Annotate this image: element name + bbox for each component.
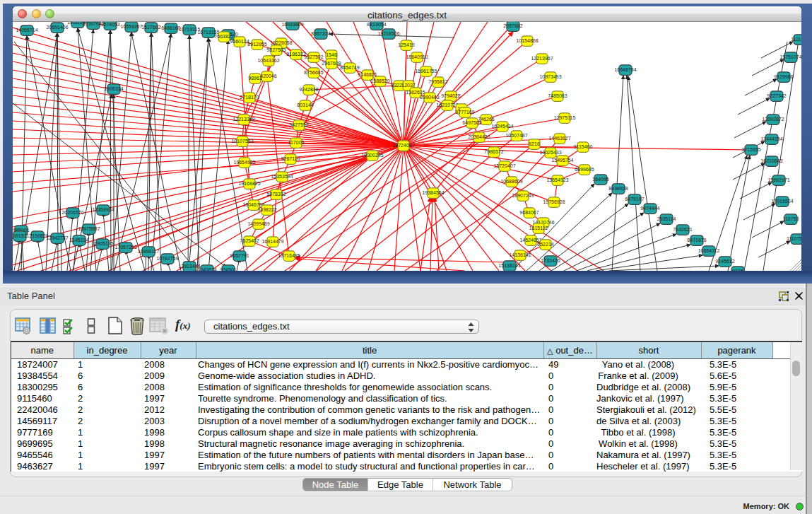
svg-text:12213967: 12213967 <box>531 56 553 61</box>
svg-text:1111264: 1111264 <box>791 37 801 42</box>
svg-text:7625402: 7625402 <box>240 238 259 243</box>
svg-text:16210722: 16210722 <box>436 103 458 107</box>
svg-text:13716485: 13716485 <box>278 253 300 258</box>
svg-text:10553267: 10553267 <box>120 24 142 29</box>
svg-text:16914479: 16914479 <box>261 239 283 244</box>
svg-text:10975887: 10975887 <box>78 226 100 231</box>
svg-text:2967608: 2967608 <box>322 61 341 66</box>
svg-text:98961: 98961 <box>248 76 262 81</box>
svg-text:8471676: 8471676 <box>687 238 706 243</box>
svg-text:16640910: 16640910 <box>406 54 428 59</box>
svg-text:9245: 9245 <box>732 269 743 271</box>
svg-text:8454749: 8454749 <box>340 65 359 70</box>
svg-text:20364436: 20364436 <box>468 134 490 139</box>
svg-text:2087682: 2087682 <box>503 23 522 28</box>
svg-text:9146821: 9146821 <box>358 72 377 77</box>
svg-text:9242848: 9242848 <box>299 87 318 92</box>
svg-text:9115460: 9115460 <box>574 144 593 149</box>
svg-text:8938928: 8938928 <box>608 186 628 191</box>
svg-text:7663822: 7663822 <box>214 34 233 39</box>
svg-text:10107553: 10107553 <box>231 139 253 144</box>
svg-text:18907249: 18907249 <box>512 193 534 198</box>
svg-text:9674053: 9674053 <box>100 22 119 27</box>
svg-text:6479197: 6479197 <box>625 197 644 201</box>
svg-text:6466160: 6466160 <box>161 25 180 30</box>
svg-text:9474444: 9474444 <box>640 206 659 211</box>
svg-text:125419: 125419 <box>398 42 414 47</box>
svg-text:2718170: 2718170 <box>240 95 259 100</box>
svg-text:9657791: 9657791 <box>230 253 249 258</box>
svg-text:2935114: 2935114 <box>657 216 676 221</box>
svg-text:1588520: 1588520 <box>370 78 389 83</box>
svg-text:19654985: 19654985 <box>233 160 255 165</box>
svg-text:15138141: 15138141 <box>498 263 520 268</box>
svg-text:15692971: 15692971 <box>767 177 789 182</box>
svg-text:18300295: 18300295 <box>361 153 383 158</box>
svg-text:12213369: 12213369 <box>233 117 254 122</box>
svg-text:14463627: 14463627 <box>548 136 570 141</box>
svg-text:9660124: 9660124 <box>230 39 249 44</box>
svg-text:6899695: 6899695 <box>575 167 594 172</box>
svg-text:3215955: 3215955 <box>741 147 760 152</box>
svg-text:12037: 12037 <box>401 83 416 88</box>
svg-text:8813054: 8813054 <box>367 22 386 27</box>
svg-text:1145194: 1145194 <box>70 238 89 243</box>
svg-text:8912955: 8912955 <box>247 42 266 47</box>
svg-text:20206570: 20206570 <box>61 210 83 215</box>
svg-text:19756928: 19756928 <box>543 199 565 204</box>
svg-text:9684067: 9684067 <box>519 210 539 215</box>
svg-text:17016504: 17016504 <box>771 199 793 204</box>
svg-text:16245434: 16245434 <box>491 124 513 129</box>
svg-text:6497503: 6497503 <box>462 120 481 125</box>
svg-text:13654923: 13654923 <box>546 177 568 182</box>
svg-text:9327502: 9327502 <box>304 54 323 59</box>
svg-text:10958117: 10958117 <box>138 249 160 254</box>
svg-text:8267110: 8267110 <box>281 156 300 161</box>
svg-text:20691406: 20691406 <box>46 25 68 30</box>
svg-text:15720407: 15720407 <box>493 163 515 168</box>
svg-text:19166825: 19166825 <box>238 181 260 186</box>
svg-text:3498222: 3498222 <box>257 207 276 212</box>
svg-text:10973493: 10973493 <box>539 74 561 79</box>
svg-text:15495754: 15495754 <box>551 158 573 163</box>
svg-text:924501: 924501 <box>220 267 236 271</box>
svg-text:12156829: 12156829 <box>26 233 48 238</box>
svg-text:11107537: 11107537 <box>787 236 801 241</box>
svg-text:164095: 164095 <box>592 177 608 182</box>
svg-text:7986572: 7986572 <box>484 149 503 154</box>
svg-text:18226058: 18226058 <box>270 40 292 45</box>
svg-text:12093872: 12093872 <box>762 117 784 122</box>
svg-text:1043674: 1043674 <box>197 267 216 271</box>
svg-text:1527602: 1527602 <box>141 25 160 30</box>
svg-text:16210643: 16210643 <box>760 158 782 163</box>
svg-text:10025433: 10025433 <box>539 150 561 155</box>
svg-text:17957253: 17957253 <box>114 245 136 250</box>
svg-text:39151: 39151 <box>13 233 27 238</box>
svg-text:1615112: 1615112 <box>529 226 548 230</box>
svg-text:5878332: 5878332 <box>266 192 286 197</box>
svg-text:14099489: 14099489 <box>247 221 269 226</box>
svg-text:8357224: 8357224 <box>311 31 330 36</box>
svg-text:14055714: 14055714 <box>16 28 37 33</box>
svg-text:19218506: 19218506 <box>377 31 399 36</box>
svg-text:12975115: 12975115 <box>554 115 576 120</box>
svg-text:9827503: 9827503 <box>266 47 286 52</box>
svg-text:17359934: 17359934 <box>92 207 114 212</box>
svg-text:6216: 6216 <box>529 141 540 146</box>
svg-text:15353594: 15353594 <box>271 174 293 179</box>
svg-text:9227342: 9227342 <box>767 93 786 98</box>
svg-text:116753: 116753 <box>783 216 799 221</box>
svg-text:1362615: 1362615 <box>406 90 425 95</box>
svg-text:117005: 117005 <box>288 140 305 145</box>
svg-text:12942737: 12942737 <box>46 235 68 240</box>
svg-text:7955812: 7955812 <box>428 79 447 84</box>
svg-text:10688609: 10688609 <box>500 179 522 184</box>
svg-text:8186323: 8186323 <box>286 52 305 57</box>
svg-text:2905334: 2905334 <box>104 86 123 91</box>
svg-text:16961755: 16961755 <box>415 69 437 74</box>
svg-text:12444194: 12444194 <box>760 136 782 141</box>
svg-text:16033809: 16033809 <box>281 22 303 27</box>
svg-text:15751074: 15751074 <box>779 54 801 59</box>
svg-text:803144: 803144 <box>297 103 313 107</box>
svg-text:10782759: 10782759 <box>156 256 178 261</box>
